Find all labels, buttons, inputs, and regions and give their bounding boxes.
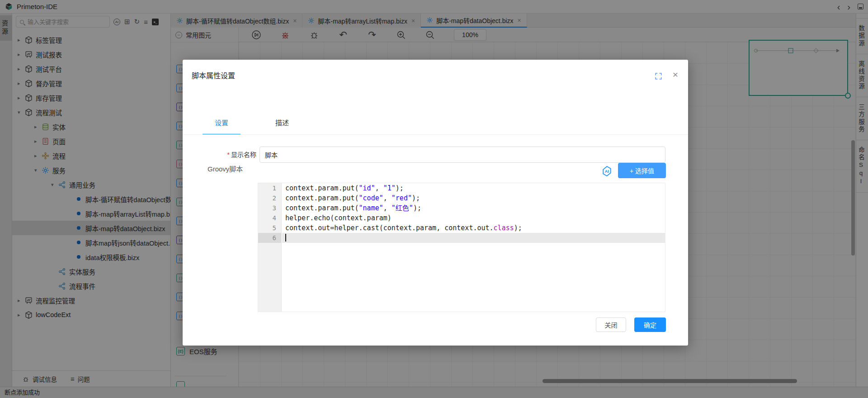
code-token: ); bbox=[412, 194, 420, 202]
code-line[interactable]: helper.echo(context.param) bbox=[282, 213, 665, 223]
code-token: "红色" bbox=[392, 204, 413, 212]
line-number: 4 bbox=[258, 213, 281, 223]
line-number: 3 bbox=[258, 203, 281, 213]
code-token: ); bbox=[396, 184, 404, 192]
tabs-divider bbox=[183, 134, 688, 135]
display-name-label: *显示名称 bbox=[183, 147, 256, 163]
code-token: "1" bbox=[383, 184, 396, 192]
code-line[interactable]: context.param.put("name", "红色"); bbox=[282, 203, 665, 213]
code-token: "red" bbox=[392, 194, 412, 202]
editor-gutter: 123456 bbox=[258, 183, 282, 312]
code-token: "id" bbox=[359, 184, 375, 192]
code-token: ); bbox=[514, 224, 522, 232]
code-token: context.param.put( bbox=[285, 194, 359, 202]
dialog-tabs: 设置 描述 bbox=[203, 113, 301, 135]
text-cursor bbox=[285, 234, 286, 242]
code-line[interactable]: context.out=helper.cast(context.param, c… bbox=[282, 223, 665, 233]
code-token: ); bbox=[413, 204, 421, 212]
tab-settings[interactable]: 设置 bbox=[203, 113, 241, 135]
dialog-title: 脚本属性设置 bbox=[192, 70, 235, 81]
code-token: "code" bbox=[359, 194, 383, 202]
close-button[interactable]: 关闭 bbox=[596, 317, 626, 332]
tab-description[interactable]: 描述 bbox=[263, 113, 301, 135]
code-line[interactable]: context.param.put("code", "red"); bbox=[282, 193, 665, 203]
editor-lines[interactable]: context.param.put("id", "1");context.par… bbox=[282, 183, 665, 243]
code-token: context.out=helper.cast(context.param, c… bbox=[285, 224, 494, 232]
close-icon[interactable]: × bbox=[673, 70, 678, 79]
display-name-input[interactable] bbox=[259, 147, 665, 163]
line-number: 6 bbox=[258, 233, 281, 243]
code-token: class bbox=[494, 224, 514, 232]
code-token: context.param.put( bbox=[285, 184, 359, 192]
code-token: , bbox=[383, 194, 392, 202]
line-number: 2 bbox=[258, 193, 281, 203]
code-token: "name" bbox=[359, 204, 383, 212]
ai-assistant-icon[interactable]: AI bbox=[601, 166, 613, 177]
groovy-script-label: Groovy脚本 bbox=[208, 164, 243, 173]
select-value-button[interactable]: + 选择值 bbox=[618, 163, 666, 178]
groovy-code-editor[interactable]: 123456 context.param.put("id", "1");cont… bbox=[258, 183, 665, 312]
code-token: , bbox=[383, 204, 392, 212]
code-line[interactable] bbox=[282, 233, 665, 243]
code-token: helper.echo(context.param) bbox=[285, 214, 392, 222]
code-line[interactable]: context.param.put("id", "1"); bbox=[282, 183, 665, 193]
line-number: 5 bbox=[258, 223, 281, 233]
ok-button[interactable]: 确定 bbox=[634, 317, 666, 332]
maximize-icon[interactable] bbox=[655, 72, 662, 80]
primeton-ide-window: Primeton-IDE ‹ › 资源 ⊞ ↻ ≡ ▸标签管理▸测试报表▸测试平… bbox=[0, 0, 868, 398]
script-properties-dialog: 脚本属性设置 × 设置 描述 *显示名称 Groovy脚本 AI + 选择值 1… bbox=[183, 60, 688, 346]
required-mark: * bbox=[227, 151, 230, 158]
svg-text:AI: AI bbox=[605, 169, 609, 174]
line-number: 1 bbox=[258, 183, 281, 193]
code-token: , bbox=[375, 184, 383, 192]
code-token: context.param.put( bbox=[285, 204, 359, 212]
